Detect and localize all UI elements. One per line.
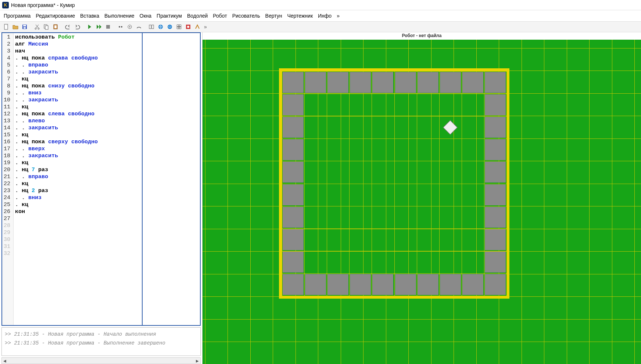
painted-cell bbox=[462, 72, 483, 93]
painted-cell bbox=[350, 274, 371, 295]
scroll-left-icon[interactable]: ◀ bbox=[2, 358, 8, 364]
svg-point-12 bbox=[121, 26, 122, 28]
svg-rect-23 bbox=[179, 27, 181, 29]
step-icon[interactable] bbox=[95, 23, 103, 31]
redo-icon[interactable] bbox=[73, 23, 81, 31]
painted-cell bbox=[485, 117, 506, 138]
menu-робот[interactable]: Робот bbox=[213, 13, 227, 19]
painted-cell bbox=[283, 229, 304, 250]
menu-программа[interactable]: Программа bbox=[4, 13, 31, 19]
title-bar: K Новая программа* - Кумир bbox=[0, 0, 641, 10]
painted-cell bbox=[283, 139, 304, 160]
code-margin bbox=[142, 33, 200, 325]
painted-cell bbox=[485, 207, 506, 228]
module-1-icon[interactable] bbox=[147, 23, 155, 31]
robot-panel-title: Робот - нет файла bbox=[203, 32, 641, 40]
module-6-icon[interactable] bbox=[193, 23, 201, 31]
module-2-icon[interactable] bbox=[157, 23, 165, 31]
toolbar-overflow[interactable]: » bbox=[203, 24, 208, 30]
module-3-icon[interactable] bbox=[166, 23, 174, 31]
console-line: >> 21:31:35 - Новая программа - Начало в… bbox=[5, 330, 197, 339]
module-5-icon[interactable] bbox=[184, 23, 192, 31]
painted-cell bbox=[327, 274, 348, 295]
svg-rect-9 bbox=[54, 25, 57, 28]
painted-cell bbox=[485, 139, 506, 160]
actor-2-icon[interactable] bbox=[126, 23, 134, 31]
menu-overflow[interactable]: » bbox=[337, 13, 340, 19]
svg-rect-15 bbox=[149, 25, 151, 29]
painted-cell bbox=[283, 117, 304, 138]
robot-field[interactable] bbox=[203, 40, 641, 364]
painted-cell bbox=[283, 274, 304, 295]
cut-icon[interactable] bbox=[33, 23, 41, 31]
save-file-icon[interactable] bbox=[21, 23, 29, 31]
painted-cell bbox=[283, 184, 304, 205]
console-line: >> 21:31:35 - Новая программа - Выполнен… bbox=[5, 339, 197, 347]
horizontal-scrollbar[interactable]: ◀ ▶ bbox=[1, 357, 201, 364]
robot-panel: Робот - нет файла bbox=[203, 32, 641, 364]
painted-cell bbox=[485, 229, 506, 250]
svg-rect-20 bbox=[177, 25, 179, 26]
svg-rect-7 bbox=[45, 26, 48, 29]
menu-чертежник[interactable]: Чертежник bbox=[287, 13, 313, 19]
svg-rect-3 bbox=[24, 27, 26, 29]
painted-cell bbox=[485, 184, 506, 205]
copy-icon[interactable] bbox=[42, 23, 50, 31]
open-file-icon[interactable] bbox=[11, 23, 19, 31]
painted-cell bbox=[372, 274, 393, 295]
svg-point-25 bbox=[187, 26, 189, 28]
menu-bar: ПрограммаРедактированиеВставкаВыполнение… bbox=[0, 10, 641, 21]
painted-cell bbox=[395, 274, 416, 295]
menu-рисователь[interactable]: Рисователь bbox=[232, 13, 260, 19]
painted-cell bbox=[440, 274, 461, 295]
painted-cell bbox=[395, 72, 416, 93]
new-file-icon[interactable] bbox=[2, 23, 10, 31]
scroll-right-icon[interactable]: ▶ bbox=[194, 358, 200, 364]
painted-cell bbox=[350, 72, 371, 93]
output-console[interactable]: >> 21:31:35 - Новая программа - Начало в… bbox=[1, 327, 201, 356]
svg-point-11 bbox=[119, 26, 120, 28]
painted-cell bbox=[418, 72, 438, 93]
painted-cell bbox=[485, 274, 506, 295]
svg-point-14 bbox=[129, 26, 130, 28]
svg-rect-10 bbox=[106, 25, 110, 29]
stop-icon[interactable] bbox=[104, 23, 112, 31]
actor-1-icon[interactable] bbox=[117, 23, 125, 31]
painted-cell bbox=[462, 274, 483, 295]
menu-вертун[interactable]: Вертун bbox=[265, 13, 282, 19]
menu-редактирование[interactable]: Редактирование bbox=[36, 13, 75, 19]
menu-вставка[interactable]: Вставка bbox=[80, 13, 99, 19]
painted-cell bbox=[305, 274, 326, 295]
painted-cell bbox=[485, 162, 506, 183]
undo-icon[interactable] bbox=[64, 23, 72, 31]
svg-rect-21 bbox=[179, 25, 181, 26]
painted-cell bbox=[485, 72, 506, 93]
actor-3-icon[interactable] bbox=[135, 23, 143, 31]
painted-cell bbox=[372, 72, 393, 93]
painted-cell bbox=[327, 72, 348, 93]
painted-cell bbox=[418, 274, 438, 295]
painted-cell bbox=[283, 207, 304, 228]
painted-cell bbox=[283, 162, 304, 183]
menu-водолей[interactable]: Водолей bbox=[187, 13, 208, 19]
paste-icon[interactable] bbox=[51, 23, 60, 31]
menu-окна[interactable]: Окна bbox=[140, 13, 152, 19]
svg-rect-16 bbox=[152, 25, 154, 29]
svg-rect-22 bbox=[177, 27, 179, 29]
menu-инфо[interactable]: Инфо bbox=[318, 13, 332, 19]
code-content[interactable]: использовать Роботалг Миссиянач. нц пока… bbox=[14, 33, 142, 325]
module-4-icon[interactable] bbox=[175, 23, 183, 31]
app-icon: K bbox=[2, 2, 9, 8]
painted-cell bbox=[485, 252, 506, 273]
run-icon[interactable] bbox=[86, 23, 94, 31]
painted-cell bbox=[283, 252, 304, 273]
painted-cell bbox=[485, 94, 506, 115]
line-gutter: 1234567891011121314151617181920212223242… bbox=[2, 33, 14, 325]
painted-cell bbox=[283, 94, 304, 115]
code-editor[interactable]: 1234567891011121314151617181920212223242… bbox=[1, 32, 201, 326]
menu-практикум[interactable]: Практикум bbox=[157, 13, 182, 19]
toolbar: » bbox=[0, 21, 641, 32]
left-panel: 1234567891011121314151617181920212223242… bbox=[0, 32, 203, 364]
menu-выполнение[interactable]: Выполнение bbox=[104, 13, 134, 19]
window-title: Новая программа* - Кумир bbox=[11, 2, 75, 8]
